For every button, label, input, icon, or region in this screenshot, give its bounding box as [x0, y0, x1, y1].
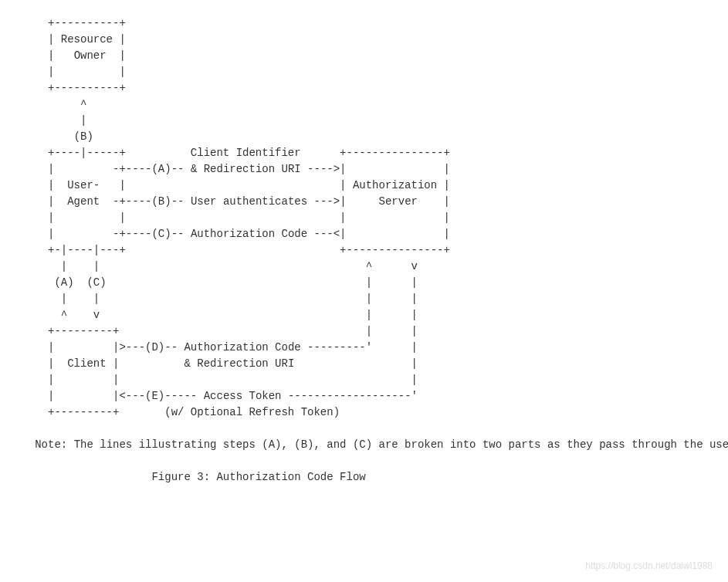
step-e: (E) — [145, 390, 164, 402]
flow-d-label-2: & Redirection URI — [184, 357, 294, 370]
diagram-note: Note: The lines illustrating steps (A), … — [35, 438, 728, 451]
user-agent-label-2: Agent — [67, 195, 100, 208]
step-b: (B) — [151, 195, 171, 208]
flow-c-label: Authorization Code — [191, 228, 307, 240]
diagram-caption: Figure 3: Authorization Code Flow — [151, 471, 365, 483]
flow-a-label-1: Client Identifier — [191, 147, 301, 159]
auth-server-label-1: Authorization — [353, 179, 437, 191]
client-label: Client — [67, 357, 106, 370]
step-d: (D) — [145, 341, 164, 354]
watermark: https://blog.csdn.net/daiwl1988 — [585, 559, 713, 573]
step-c: (C) — [151, 228, 171, 240]
step-c-vertical: (C) — [86, 276, 106, 289]
flow-e-label-2: (w/ Optional Refresh Token) — [164, 406, 340, 418]
user-agent-label-1: User- — [67, 179, 100, 191]
step-a-vertical: (A) — [54, 276, 73, 289]
flow-b-label: User authenticates — [191, 195, 307, 208]
auth-server-label-2: Server — [379, 195, 418, 208]
resource-owner-label-2: Owner — [74, 49, 107, 62]
flow-a-label-2: & Redirection URI — [191, 163, 301, 175]
flow-e-label-1: Access Token — [204, 390, 282, 402]
step-a: (A) — [151, 163, 171, 175]
step-b-vertical: (B) — [74, 130, 93, 143]
ascii-diagram: +----------+ | Resource | | Owner | | | … — [15, 15, 713, 486]
flow-d-label-1: Authorization Code — [184, 341, 300, 354]
resource-owner-label-1: Resource — [61, 33, 113, 46]
